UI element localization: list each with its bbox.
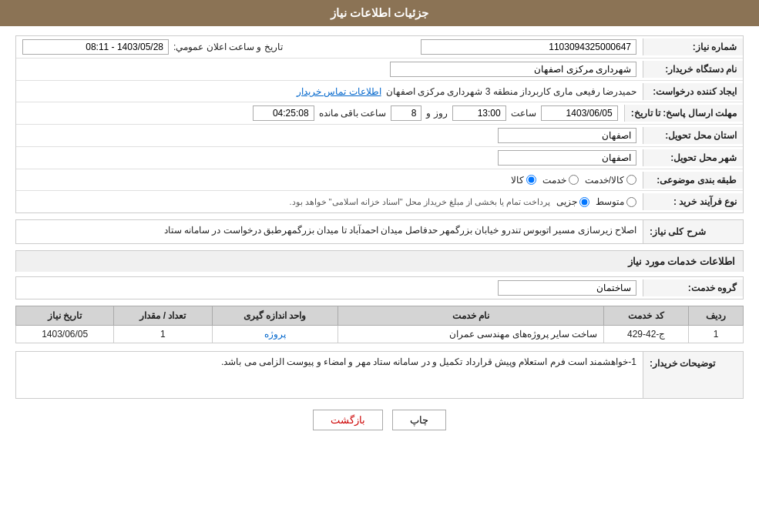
buyer-notes-wrapper: توضيحات خريدار: 1-خواهشمند است فرم استعل… xyxy=(15,351,744,399)
process-value: متوسط جزيی پرداخت تمام يا بخشی از مبلغ خ… xyxy=(16,193,643,210)
radio-khedmat-label: خدمت xyxy=(542,175,566,186)
deadline-row: مهلت ارسال پاسخ: تا تاريخ: ساعت روز و سا… xyxy=(16,102,743,125)
col-unit: واحد اندازه گيری xyxy=(212,306,338,326)
radio-motavasset-input[interactable] xyxy=(626,197,636,207)
radio-kala-label: کالا xyxy=(511,175,524,186)
services-section: اطلاعات خدمات مورد نياز گروه خدمت: رديف … xyxy=(15,250,744,343)
col-code: کد خدمت xyxy=(604,306,689,326)
contact-link[interactable]: اطلاعات تماس خريدار xyxy=(297,86,381,97)
need-number-value xyxy=(289,36,643,58)
cell-name: ساخت ساير پروژه‌های مهندسی عمران xyxy=(338,326,604,343)
city-row: شهر محل تحویل: xyxy=(16,147,743,169)
description-label: شرح کلی نياز: xyxy=(643,220,743,243)
service-group-block: گروه خدمت: xyxy=(15,276,744,299)
buyer-notes-label: توضيحات خريدار: xyxy=(643,352,743,398)
radio-kala: کالا xyxy=(511,175,536,186)
radio-kala-khedmat-label: کالا/خدمت xyxy=(585,175,624,186)
services-title: اطلاعات خدمات مورد نياز xyxy=(15,250,744,272)
category-row: طبقه بندی موضوعی: کالا/خدمت خدمت xyxy=(16,169,743,191)
days-label: روز و xyxy=(426,108,447,119)
cell-date: 1403/06/05 xyxy=(16,326,114,343)
content-area: شماره نياز: تاريخ و ساعت اعلان عمومي: نا… xyxy=(0,26,759,447)
table-header-row: رديف کد خدمت نام خدمت واحد اندازه گيری ت… xyxy=(16,306,744,326)
page-wrapper: جزئيات اطلاعات نياز شماره نياز: تاريخ و … xyxy=(0,0,759,532)
cell-unit: پروژه xyxy=(212,326,338,343)
main-info-block: شماره نياز: تاريخ و ساعت اعلان عمومي: نا… xyxy=(15,35,744,213)
date-label: تاريخ و ساعت اعلان عمومي: xyxy=(173,42,283,52)
cell-quantity: 1 xyxy=(114,326,212,343)
service-group-value xyxy=(16,277,643,299)
city-label: شهر محل تحویل: xyxy=(643,149,743,166)
page-header: جزئيات اطلاعات نياز xyxy=(0,0,759,26)
cell-row: 1 xyxy=(688,326,743,343)
col-row: رديف xyxy=(688,306,743,326)
print-button[interactable]: چاپ xyxy=(392,410,446,430)
category-value: کالا/خدمت خدمت کالا xyxy=(16,172,643,189)
creator-row: ايجاد کننده درخواست: حمیدرضا رفیعی ماری … xyxy=(16,81,743,102)
process-label: نوع فرآيند خريد : xyxy=(643,193,743,210)
description-text: اصلاح زيرسازی مسير اتوبوس تندرو خيابان ب… xyxy=(164,225,636,236)
need-number-label: شماره نياز: xyxy=(643,38,743,55)
description-content: اصلاح زيرسازی مسير اتوبوس تندرو خيابان ب… xyxy=(16,220,643,243)
radio-motavasset: متوسط xyxy=(596,196,636,207)
creator-value: حمیدرضا رفیعی ماری کاربرداز منطقه 3 شهرد… xyxy=(16,83,643,100)
radio-kala-input[interactable] xyxy=(526,175,536,185)
buyer-input[interactable] xyxy=(390,62,636,77)
process-row: نوع فرآيند خريد : متوسط جزيی پرداخت تمام… xyxy=(16,191,743,212)
col-quantity: تعداد / مقدار xyxy=(114,306,212,326)
description-wrapper: شرح کلی نياز: اصلاح زيرسازی مسير اتوبوس … xyxy=(15,219,744,244)
province-value xyxy=(16,125,643,146)
service-group-row: گروه خدمت: xyxy=(16,277,743,299)
buyer-notes-text: 1-خواهشمند است فرم استعلام وپیش قرارداد … xyxy=(221,356,636,367)
need-number-input[interactable] xyxy=(421,39,636,55)
province-row: استان محل تحویل: xyxy=(16,125,743,147)
radio-kala-khedmat: کالا/خدمت xyxy=(585,175,636,186)
response-date-input[interactable] xyxy=(541,105,618,121)
category-label: طبقه بندی موضوعی: xyxy=(643,172,743,189)
radio-jozei: جزيی xyxy=(556,196,589,207)
date-input[interactable] xyxy=(22,39,169,55)
radio-jozei-input[interactable] xyxy=(579,197,589,207)
buttons-row: چاپ بازگشت xyxy=(15,410,744,430)
radio-khedmat: خدمت xyxy=(542,175,579,186)
service-group-input[interactable] xyxy=(498,280,636,296)
buyer-label: نام دستگاه خريدار: xyxy=(643,61,743,78)
process-note: پرداخت تمام يا بخشی از مبلغ خريداز محل "… xyxy=(289,197,550,207)
radio-kala-khedmat-input[interactable] xyxy=(626,175,636,185)
buyer-row: نام دستگاه خريدار: xyxy=(16,59,743,81)
buyer-notes-content: 1-خواهشمند است فرم استعلام وپیش قرارداد … xyxy=(16,352,643,398)
creator-text: حمیدرضا رفیعی ماری کاربرداز منطقه 3 شهرد… xyxy=(386,86,636,97)
deadline-value: ساعت روز و ساعت باقی مانده xyxy=(16,102,624,124)
city-input[interactable] xyxy=(498,150,636,166)
creator-label: ايجاد کننده درخواست: xyxy=(643,83,743,100)
response-time-input[interactable] xyxy=(452,105,506,121)
radio-khedmat-input[interactable] xyxy=(569,175,579,185)
city-value xyxy=(16,147,643,169)
time-label: ساعت xyxy=(511,108,536,119)
table-row: 1 ج-42-429 ساخت ساير پروژه‌های مهندسی عم… xyxy=(16,326,744,343)
col-date: تاريخ نياز xyxy=(16,306,114,326)
back-button[interactable]: بازگشت xyxy=(313,410,383,430)
cell-code: ج-42-429 xyxy=(604,326,689,343)
province-label: استان محل تحویل: xyxy=(643,127,743,144)
response-remaining-input[interactable] xyxy=(253,105,314,121)
remaining-label: ساعت باقی مانده xyxy=(319,108,387,119)
need-number-row: شماره نياز: تاريخ و ساعت اعلان عمومي: xyxy=(16,36,743,59)
date-area: تاريخ و ساعت اعلان عمومي: xyxy=(16,36,289,58)
province-input[interactable] xyxy=(498,128,636,143)
services-table: رديف کد خدمت نام خدمت واحد اندازه گيری ت… xyxy=(15,306,744,343)
deadline-label: مهلت ارسال پاسخ: تا تاريخ: xyxy=(624,105,743,122)
buyer-value xyxy=(16,59,643,80)
page-title: جزئيات اطلاعات نياز xyxy=(331,6,428,19)
radio-motavasset-label: متوسط xyxy=(596,196,624,207)
radio-jozei-label: جزيی xyxy=(556,196,577,207)
col-name: نام خدمت xyxy=(338,306,604,326)
service-group-label: گروه خدمت: xyxy=(643,279,743,296)
response-days-input[interactable] xyxy=(391,105,421,121)
